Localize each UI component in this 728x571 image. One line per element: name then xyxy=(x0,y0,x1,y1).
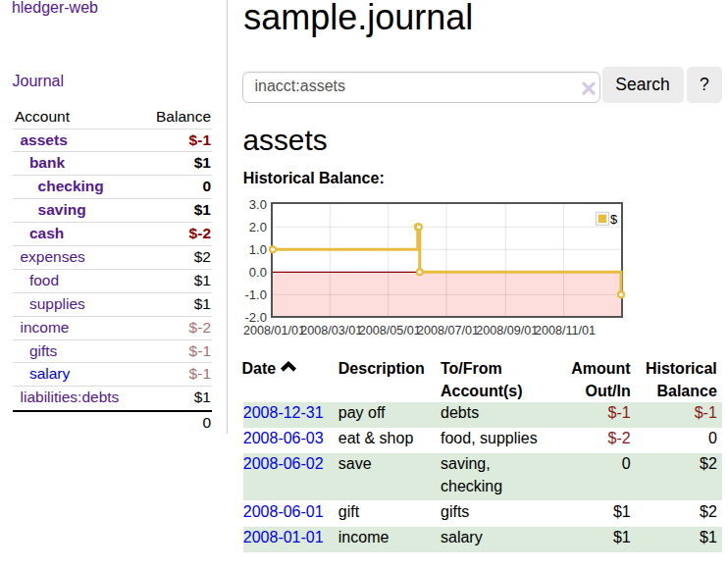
svg-text:1.0: 1.0 xyxy=(249,242,267,257)
svg-text:3.0: 3.0 xyxy=(249,197,267,212)
svg-text:-2.0: -2.0 xyxy=(244,310,266,325)
svg-text:2008/07/01: 2008/07/01 xyxy=(417,324,479,337)
svg-text:2.0: 2.0 xyxy=(249,220,267,234)
svg-text:-1.0: -1.0 xyxy=(244,287,266,302)
svg-text:$: $ xyxy=(610,212,618,227)
svg-text:2008/01/01: 2008/01/01 xyxy=(243,324,305,337)
svg-text:2008/05/01: 2008/05/01 xyxy=(359,324,421,337)
svg-text:2008/09/01: 2008/09/01 xyxy=(476,324,538,337)
svg-text:2008/03/01: 2008/03/01 xyxy=(300,324,362,337)
svg-text:0.0: 0.0 xyxy=(249,265,267,280)
svg-text:2008/11/01: 2008/11/01 xyxy=(535,324,596,337)
